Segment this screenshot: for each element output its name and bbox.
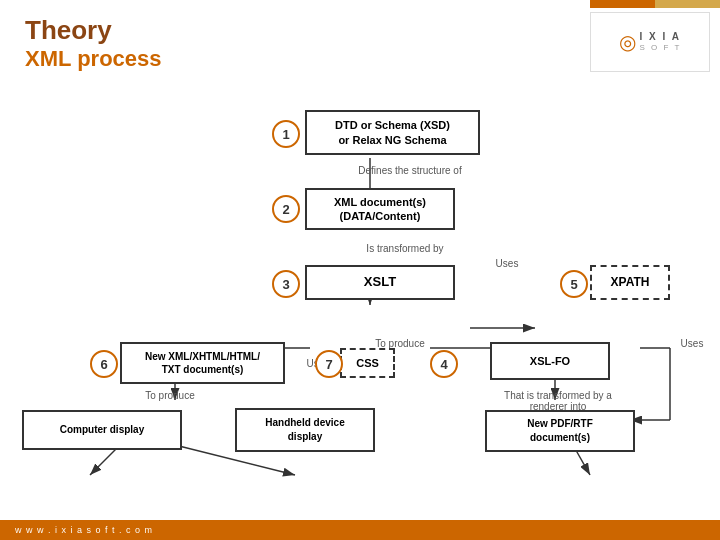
box-css: CSS [340,348,395,378]
circle-7: 7 [315,350,343,378]
title-main: Theory [25,15,162,46]
label-defines: Defines the structure of [330,165,490,176]
box-handheld: Handheld device display [235,408,375,452]
box-xpath: XPATH [590,265,670,300]
title-sub: XML process [25,46,162,72]
circle-6: 6 [90,350,118,378]
box-newxml: New XML/XHTML/HTML/ TXT document(s) [120,342,285,384]
circle-2: 2 [272,195,300,223]
circle-4: 4 [430,350,458,378]
logo-icon: ◎ [619,30,636,54]
circle-5: 5 [560,270,588,298]
box-dtd: DTD or Schema (XSD) or Relax NG Schema [305,110,480,155]
top-decoration [590,0,720,8]
label-transformed: Is transformed by [330,243,480,254]
box-computer: Computer display [22,410,182,450]
label-uses-1: Uses [487,258,527,269]
circle-3: 3 [272,270,300,298]
footer-url: w w w . i x i a s o f t . c o m [15,525,153,535]
label-transformed-2: That is transformed by a renderer into [488,390,628,412]
circle-1: 1 [272,120,300,148]
box-xml: XML document(s) (DATA/Content) [305,188,455,230]
footer: w w w . i x i a s o f t . c o m [0,520,720,540]
logo-text: I X I A S O F T [640,31,682,53]
label-toproduce-2: To produce [130,390,210,401]
label-uses-2: Uses [672,338,712,349]
box-pdf: New PDF/RTF document(s) [485,410,635,452]
box-xslfo: XSL-FO [490,342,610,380]
box-xslt: XSLT [305,265,455,300]
logo: ◎ I X I A S O F T [590,12,710,72]
